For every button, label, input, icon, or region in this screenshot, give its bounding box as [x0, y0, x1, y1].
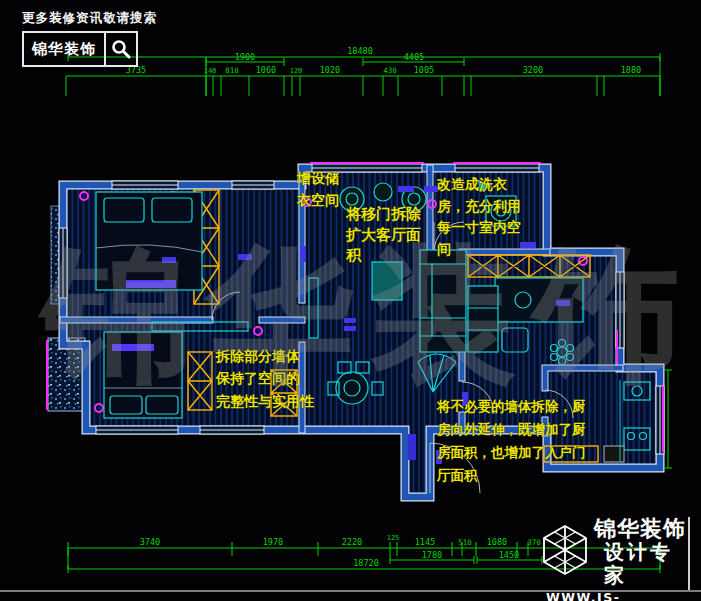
dim-label: 140	[204, 67, 217, 75]
search-box[interactable]: 锦华装饰	[22, 31, 138, 67]
dim-label: 1450	[499, 550, 519, 560]
dim-label: 430	[383, 66, 397, 75]
cad-floorplan-page: { "header": { "tagline": "更多装修资讯敬请搜索", "…	[0, 0, 701, 601]
dim-label: 4405	[404, 52, 424, 62]
bed-master	[96, 192, 202, 290]
dim-label: 3200	[523, 65, 543, 75]
dim-label: 18720	[353, 558, 379, 568]
annotation-storage: 增设储 衣空间	[297, 168, 339, 211]
dim-label: 510	[458, 538, 472, 547]
dim-label: 1005	[414, 65, 434, 75]
annotation-walls: 拆除部分墙体 保持了空间的 完整性与实用性	[216, 345, 314, 412]
dim-label: 1900	[235, 52, 255, 62]
dim-label: 1080	[487, 537, 507, 547]
dim-label: 125	[387, 534, 400, 542]
dim-label: 810	[225, 66, 239, 75]
dim-label: 120	[290, 67, 303, 75]
annotation-sliding-door: 将移门拆除 扩大客厅面 积	[346, 204, 421, 266]
floor-plan-svg: 18480 1900 4405 3735 140 810 1060 120 10…	[0, 0, 701, 601]
header-tagline: 更多装修资讯敬请搜索	[22, 10, 157, 27]
dim-label: 1145	[415, 537, 435, 547]
dim-label: 3740	[140, 537, 160, 547]
annotation-laundry: 改造成洗衣 房，充分利用 每一寸室内空 间	[437, 174, 521, 261]
footer-tagline: 设计专家	[604, 541, 690, 587]
right-edge-line	[688, 517, 690, 591]
dim-label: 2220	[342, 537, 362, 547]
footer-logo: 锦华装饰 设计专家 WWW.JS-JINHUA.COM	[540, 517, 690, 601]
dim-label: 1020	[320, 65, 340, 75]
dim-label: 1970	[263, 537, 283, 547]
dim-label: 1780	[422, 550, 442, 560]
header: 更多装修资讯敬请搜索 锦华装饰	[22, 10, 157, 67]
dim-label: 1880	[621, 65, 641, 75]
cube-logo-icon	[540, 524, 590, 580]
footer-brand: 锦华装饰	[594, 517, 690, 541]
annotation-kitchen: 将不必要的墙体拆除，厨 房向外延伸，既增加了厨 房面积，也增加了入户门 厅面积	[437, 395, 586, 487]
dim-label: 18480	[347, 46, 373, 56]
dim-label: 1060	[256, 65, 276, 75]
search-icon[interactable]	[106, 33, 136, 65]
header-brand: 锦华装饰	[24, 33, 106, 65]
bottom-edge-line	[0, 590, 701, 592]
